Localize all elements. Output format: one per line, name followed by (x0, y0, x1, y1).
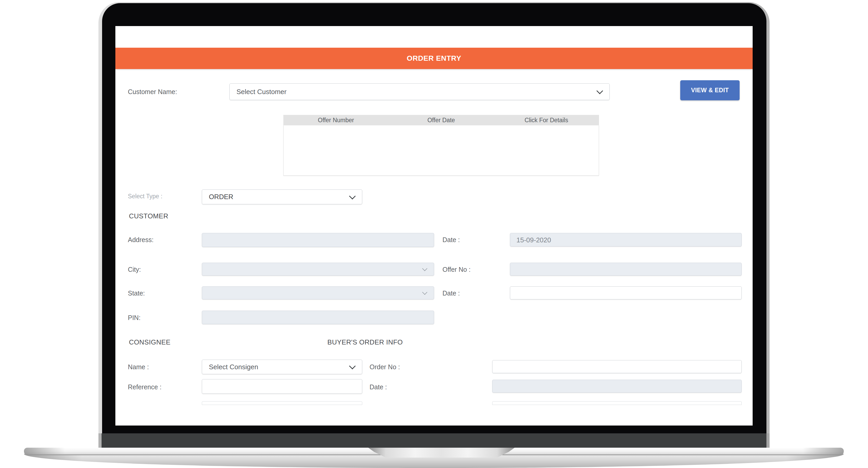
offers-table-body (283, 125, 599, 176)
select-type-label: Select Type : (128, 193, 162, 200)
pin-label: PIN: (128, 314, 141, 322)
order-no-label: Order No : (370, 363, 400, 371)
reference-label: Reference : (128, 383, 161, 391)
page-header: ORDER ENTRY (115, 48, 753, 69)
offer-no-label: Offer No : (442, 266, 471, 273)
page-title: ORDER ENTRY (407, 54, 461, 62)
consignee-select-value: Select Consigen (209, 363, 258, 371)
buyers-section-heading: BUYER'S ORDER INFO (328, 338, 403, 346)
cutoff-field-right (492, 401, 742, 405)
address-field (202, 233, 434, 247)
address-label: Address: (128, 236, 154, 244)
offers-table-header: Offer Number Offer Date Click For Detail… (283, 115, 599, 125)
chevron-down-icon (422, 290, 427, 295)
chevron-down-icon (596, 88, 603, 94)
consignee-name-label: Name : (128, 363, 149, 371)
order-type-value: ORDER (209, 193, 233, 201)
chevron-down-icon (422, 266, 427, 271)
cutoff-field-left (202, 401, 362, 405)
laptop-hinge (98, 433, 770, 448)
customer-select-value: Select Customer (237, 88, 286, 96)
offers-col-offer-date: Offer Date (389, 115, 494, 125)
offers-col-details: Click For Details (494, 115, 599, 125)
state-label: State: (128, 290, 145, 297)
laptop-screen: ORDER ENTRY Customer Name: Select Custom… (115, 26, 753, 426)
chevron-down-icon (349, 193, 355, 199)
laptop-latch-notch (368, 448, 515, 458)
offers-table: Offer Number Offer Date Click For Detail… (283, 115, 599, 176)
offers-col-offer-number: Offer Number (283, 115, 389, 125)
customer-section-heading: CUSTOMER (129, 212, 168, 220)
offer-date-field: 15-09-2020 (510, 233, 742, 246)
view-edit-button[interactable]: VIEW & EDIT (680, 80, 740, 100)
city-select (202, 263, 434, 276)
offer-date-input[interactable] (510, 286, 742, 299)
customer-name-label: Customer Name: (128, 88, 177, 96)
order-type-select[interactable]: ORDER (202, 189, 362, 204)
pin-field (202, 311, 434, 324)
buyers-date-label: Date : (370, 383, 387, 391)
offer-no-field (510, 263, 742, 276)
chevron-down-icon (349, 363, 355, 369)
consignee-select[interactable]: Select Consigen (202, 360, 362, 374)
state-select (202, 286, 434, 299)
offer-date-label: Date : (442, 290, 460, 297)
order-no-input[interactable] (492, 360, 742, 373)
reference-input[interactable] (202, 379, 362, 394)
consignee-section-heading: CONSIGNEE (129, 338, 170, 346)
customer-select[interactable]: Select Customer (229, 83, 610, 100)
city-label: City: (128, 266, 141, 273)
date-label: Date : (442, 236, 460, 244)
buyers-date-field (492, 380, 742, 393)
